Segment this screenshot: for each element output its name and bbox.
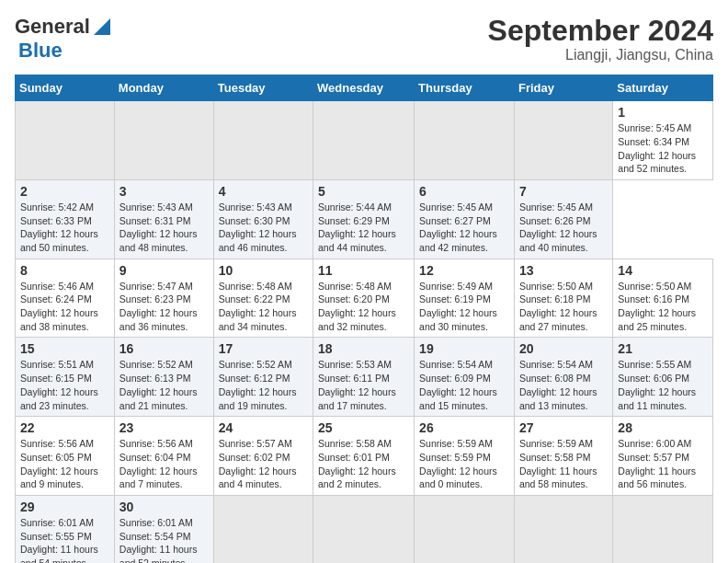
day-number: 28 [618, 420, 708, 435]
calendar-empty-cell [514, 101, 612, 180]
calendar-week-row: 29Sunrise: 6:01 AMSunset: 5:55 PMDayligh… [16, 495, 713, 563]
calendar-header-thursday: Thursday [415, 75, 515, 101]
day-info: Sunrise: 5:43 AMSunset: 6:30 PMDaylight:… [219, 201, 308, 255]
calendar-header-wednesday: Wednesday [313, 75, 415, 101]
calendar-day-cell: 4Sunrise: 5:43 AMSunset: 6:30 PMDaylight… [213, 179, 313, 259]
day-info: Sunrise: 5:53 AMSunset: 6:11 PMDaylight:… [318, 358, 409, 412]
day-number: 10 [219, 263, 308, 278]
calendar-empty-cell [16, 101, 115, 180]
calendar-empty-cell [114, 101, 213, 180]
calendar-day-cell: 29Sunrise: 6:01 AMSunset: 5:55 PMDayligh… [16, 495, 115, 563]
day-number: 7 [519, 184, 608, 199]
calendar-day-cell: 10Sunrise: 5:48 AMSunset: 6:22 PMDayligh… [213, 259, 313, 338]
day-number: 26 [419, 420, 509, 435]
day-number: 5 [318, 184, 409, 199]
calendar-day-cell [313, 495, 415, 563]
day-info: Sunrise: 5:51 AMSunset: 6:15 PMDaylight:… [20, 358, 109, 412]
calendar-empty-cell [213, 101, 313, 180]
day-info: Sunrise: 6:00 AMSunset: 5:57 PMDaylight:… [618, 437, 708, 491]
calendar-day-cell: 20Sunrise: 5:54 AMSunset: 6:08 PMDayligh… [514, 338, 612, 417]
day-info: Sunrise: 5:47 AMSunset: 6:23 PMDaylight:… [119, 280, 209, 334]
calendar-day-cell: 2Sunrise: 5:42 AMSunset: 6:33 PMDaylight… [16, 179, 115, 259]
day-info: Sunrise: 6:01 AMSunset: 5:54 PMDaylight:… [119, 516, 209, 563]
page-header: General Blue September 2024 Liangji, Jia… [15, 15, 713, 63]
logo-text-general: General [15, 15, 90, 39]
calendar-header-row: SundayMondayTuesdayWednesdayThursdayFrid… [16, 75, 713, 101]
day-number: 25 [318, 420, 409, 435]
calendar-day-cell [213, 495, 313, 563]
calendar-day-cell: 7Sunrise: 5:45 AMSunset: 6:26 PMDaylight… [514, 179, 612, 259]
calendar-week-row: 1Sunrise: 5:45 AMSunset: 6:34 PMDaylight… [16, 101, 713, 180]
day-number: 2 [20, 184, 109, 199]
calendar-day-cell: 15Sunrise: 5:51 AMSunset: 6:15 PMDayligh… [16, 338, 115, 417]
calendar-day-cell: 8Sunrise: 5:46 AMSunset: 6:24 PMDaylight… [16, 259, 115, 338]
calendar-day-cell: 28Sunrise: 6:00 AMSunset: 5:57 PMDayligh… [613, 417, 713, 496]
calendar-day-cell: 26Sunrise: 5:59 AMSunset: 5:59 PMDayligh… [415, 417, 515, 496]
day-info: Sunrise: 5:45 AMSunset: 6:27 PMDaylight:… [419, 201, 509, 255]
calendar-day-cell: 17Sunrise: 5:52 AMSunset: 6:12 PMDayligh… [213, 338, 313, 417]
calendar-day-cell: 19Sunrise: 5:54 AMSunset: 6:09 PMDayligh… [415, 338, 515, 417]
day-info: Sunrise: 5:50 AMSunset: 6:16 PMDaylight:… [618, 280, 708, 334]
calendar-day-cell: 13Sunrise: 5:50 AMSunset: 6:18 PMDayligh… [514, 259, 612, 338]
calendar-day-cell [415, 495, 515, 563]
calendar-day-cell [613, 495, 713, 563]
calendar-day-cell: 24Sunrise: 5:57 AMSunset: 6:02 PMDayligh… [213, 417, 313, 496]
day-number: 6 [419, 184, 509, 199]
calendar-header-saturday: Saturday [613, 75, 713, 101]
day-number: 17 [219, 341, 308, 356]
day-number: 9 [119, 263, 209, 278]
calendar-day-cell: 23Sunrise: 5:56 AMSunset: 6:04 PMDayligh… [114, 417, 213, 496]
day-info: Sunrise: 5:42 AMSunset: 6:33 PMDaylight:… [20, 201, 109, 255]
day-number: 27 [519, 420, 608, 435]
day-number: 16 [119, 341, 209, 356]
day-number: 15 [20, 341, 109, 356]
calendar-empty-cell [313, 101, 415, 180]
day-info: Sunrise: 5:48 AMSunset: 6:22 PMDaylight:… [219, 280, 308, 334]
day-info: Sunrise: 5:43 AMSunset: 6:31 PMDaylight:… [119, 201, 209, 255]
page-title: September 2024 [488, 15, 713, 47]
title-block: September 2024 Liangji, Jiangsu, China [488, 15, 713, 63]
calendar-day-cell: 11Sunrise: 5:48 AMSunset: 6:20 PMDayligh… [313, 259, 415, 338]
day-info: Sunrise: 5:57 AMSunset: 6:02 PMDaylight:… [219, 437, 308, 491]
logo-arrow-icon [92, 17, 112, 37]
day-number: 21 [618, 341, 708, 356]
calendar-day-cell: 21Sunrise: 5:55 AMSunset: 6:06 PMDayligh… [613, 338, 713, 417]
day-number: 23 [119, 420, 209, 435]
day-number: 13 [519, 263, 608, 278]
calendar-day-cell [514, 495, 612, 563]
day-info: Sunrise: 5:50 AMSunset: 6:18 PMDaylight:… [519, 280, 608, 334]
calendar-day-cell: 9Sunrise: 5:47 AMSunset: 6:23 PMDaylight… [114, 259, 213, 338]
day-info: Sunrise: 5:54 AMSunset: 6:08 PMDaylight:… [519, 358, 608, 412]
calendar-day-cell: 1Sunrise: 5:45 AMSunset: 6:34 PMDaylight… [613, 101, 713, 180]
calendar-day-cell: 3Sunrise: 5:43 AMSunset: 6:31 PMDaylight… [114, 179, 213, 259]
page-subtitle: Liangji, Jiangsu, China [488, 47, 713, 63]
day-number: 29 [20, 500, 109, 514]
day-number: 8 [20, 263, 109, 278]
day-info: Sunrise: 5:56 AMSunset: 6:05 PMDaylight:… [20, 437, 109, 491]
day-number: 14 [618, 263, 708, 278]
calendar-header-monday: Monday [114, 75, 213, 101]
day-number: 22 [20, 420, 109, 435]
logo-text-blue: Blue [18, 39, 63, 62]
day-info: Sunrise: 5:52 AMSunset: 6:12 PMDaylight:… [219, 358, 308, 412]
calendar-week-row: 2Sunrise: 5:42 AMSunset: 6:33 PMDaylight… [16, 179, 713, 259]
day-info: Sunrise: 5:58 AMSunset: 6:01 PMDaylight:… [318, 437, 409, 491]
day-info: Sunrise: 5:45 AMSunset: 6:34 PMDaylight:… [618, 121, 708, 176]
day-number: 1 [618, 105, 708, 120]
calendar-table: SundayMondayTuesdayWednesdayThursdayFrid… [15, 75, 713, 563]
calendar-day-cell: 18Sunrise: 5:53 AMSunset: 6:11 PMDayligh… [313, 338, 415, 417]
day-number: 24 [219, 420, 308, 435]
calendar-day-cell: 30Sunrise: 6:01 AMSunset: 5:54 PMDayligh… [114, 495, 213, 563]
day-info: Sunrise: 6:01 AMSunset: 5:55 PMDaylight:… [20, 516, 109, 563]
day-number: 18 [318, 341, 409, 356]
day-info: Sunrise: 5:55 AMSunset: 6:06 PMDaylight:… [618, 358, 708, 412]
day-info: Sunrise: 5:54 AMSunset: 6:09 PMDaylight:… [419, 358, 509, 412]
calendar-header-friday: Friday [514, 75, 612, 101]
day-info: Sunrise: 5:56 AMSunset: 6:04 PMDaylight:… [119, 437, 209, 491]
calendar-day-cell: 22Sunrise: 5:56 AMSunset: 6:05 PMDayligh… [16, 417, 115, 496]
calendar-day-cell: 14Sunrise: 5:50 AMSunset: 6:16 PMDayligh… [613, 259, 713, 338]
calendar-day-cell: 12Sunrise: 5:49 AMSunset: 6:19 PMDayligh… [415, 259, 515, 338]
day-info: Sunrise: 5:44 AMSunset: 6:29 PMDaylight:… [318, 201, 409, 255]
calendar-day-cell: 5Sunrise: 5:44 AMSunset: 6:29 PMDaylight… [313, 179, 415, 259]
day-info: Sunrise: 5:59 AMSunset: 5:58 PMDaylight:… [519, 437, 608, 491]
